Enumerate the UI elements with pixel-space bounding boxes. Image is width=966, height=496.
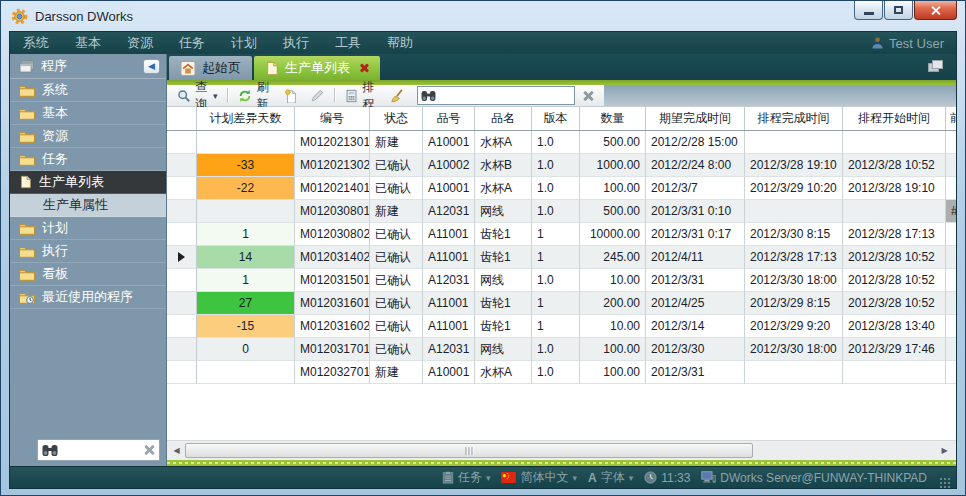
query-dropdown-icon[interactable]: ▾ bbox=[213, 91, 218, 101]
tab-home[interactable]: 起始页 bbox=[169, 56, 252, 80]
cell-no: M012021401 bbox=[295, 177, 370, 200]
toolbar-search-input[interactable] bbox=[439, 89, 571, 103]
column-header-extra[interactable]: 前 bbox=[946, 107, 956, 130]
statusbar-font[interactable]: A 字体 ▾ bbox=[588, 469, 633, 486]
sidebar-collapse-button[interactable]: ◀ bbox=[143, 59, 160, 74]
cell-sched_end bbox=[745, 131, 843, 154]
sidebar-item-6[interactable]: 计划 bbox=[10, 217, 166, 240]
tab-home-label: 起始页 bbox=[202, 59, 241, 77]
sidebar-item-3[interactable]: 任务 bbox=[10, 148, 166, 171]
folder-icon bbox=[19, 84, 35, 97]
cell-version: 1 bbox=[532, 223, 580, 246]
table-row[interactable]: 1M012031501已确认A12031网线1.010.002012/3/312… bbox=[167, 269, 956, 292]
program-icon bbox=[19, 60, 34, 73]
column-header-status[interactable]: 状态 bbox=[370, 107, 423, 130]
column-header-expect[interactable]: 期望完成时间 bbox=[646, 107, 745, 130]
sidebar-item-2[interactable]: 资源 bbox=[10, 125, 166, 148]
sidebar-item-label: 任务 bbox=[42, 150, 68, 168]
horizontal-scrollbar[interactable]: ◀ ▶ bbox=[167, 440, 956, 460]
cell-item_no: A11001 bbox=[423, 223, 475, 246]
table-row[interactable]: -15M012031602已确认A11001齿轮1110.002012/3/14… bbox=[167, 315, 956, 338]
sidebar-search-input[interactable] bbox=[62, 443, 139, 457]
scrollbar-thumb[interactable] bbox=[185, 443, 753, 458]
statusbar-language[interactable]: 简体中文 ▾ bbox=[501, 469, 577, 486]
cell-expect: 2012/3/31 bbox=[646, 269, 745, 292]
menu-item-3[interactable]: 任务 bbox=[166, 34, 218, 52]
restore-button[interactable] bbox=[884, 1, 913, 20]
tab-production-list[interactable]: 生产单列表 bbox=[254, 56, 380, 80]
table-row[interactable]: -22M012021401已确认A10001水杯A1.0100.002012/3… bbox=[167, 177, 956, 200]
row-gutter-cell bbox=[167, 338, 197, 361]
cell-item_name: 齿轮1 bbox=[475, 315, 532, 338]
table-row[interactable]: 0M012031701已确认A12031网线1.0100.002012/3/30… bbox=[167, 338, 956, 361]
column-header-no[interactable]: 编号 bbox=[295, 107, 370, 130]
column-header-qty[interactable]: 数量 bbox=[580, 107, 646, 130]
table-row[interactable]: -33M012021302已确认A10002水杯B1.01000.002012/… bbox=[167, 154, 956, 177]
sidebar-item-8[interactable]: 看板 bbox=[10, 263, 166, 286]
table-row[interactable]: M012030801新建A12031网线1.0500.002012/3/31 0… bbox=[167, 200, 956, 223]
title-bar[interactable]: Darsson DWorks bbox=[1, 1, 965, 31]
column-header-diff[interactable]: 计划差异天数 bbox=[197, 107, 295, 130]
sidebar-item-7[interactable]: 执行 bbox=[10, 240, 166, 263]
tab-list-icon[interactable] bbox=[928, 60, 944, 73]
cell-item_no: A11001 bbox=[423, 246, 475, 269]
row-gutter-cell bbox=[167, 361, 197, 384]
menu-item-6[interactable]: 工具 bbox=[322, 34, 374, 52]
toolbar-separator bbox=[227, 88, 228, 103]
resize-grip[interactable] bbox=[938, 476, 950, 488]
cell-no: M012031601 bbox=[295, 292, 370, 315]
new-button[interactable] bbox=[279, 88, 303, 104]
clean-button[interactable] bbox=[385, 88, 410, 104]
cell-no: M012021301 bbox=[295, 131, 370, 154]
sidebar-item-5[interactable]: 生产单属性 bbox=[10, 194, 166, 217]
sidebar-item-0[interactable]: 系统 bbox=[10, 79, 166, 102]
column-header-item_no[interactable]: 品号 bbox=[423, 107, 475, 130]
edit-button[interactable] bbox=[305, 88, 329, 104]
toolbar-search-clear-button[interactable] bbox=[577, 89, 599, 103]
table-row[interactable]: M012021301新建A10001水杯A1.0500.002012/2/28 … bbox=[167, 131, 956, 154]
table-row[interactable]: M012032701新建A10001水杯A1.0100.002012/3/31 bbox=[167, 361, 956, 384]
column-header-sched_end[interactable]: 排程完成时间 bbox=[745, 107, 843, 130]
column-header-sched_start[interactable]: 排程开始时间 bbox=[843, 107, 946, 130]
close-button[interactable] bbox=[914, 1, 957, 20]
cell-no: M012030802 bbox=[295, 223, 370, 246]
cell-status: 已确认 bbox=[370, 338, 423, 361]
statusbar-tasks[interactable]: 任务 ▾ bbox=[442, 469, 491, 486]
table-row[interactable]: 27M012031601已确认A11001齿轮11200.002012/4/25… bbox=[167, 292, 956, 315]
sidebar-item-9[interactable]: 最近使用的程序 bbox=[10, 286, 166, 309]
sidebar-header: 程序 ◀ bbox=[10, 54, 166, 79]
sidebar-search-clear-icon[interactable] bbox=[143, 444, 155, 456]
cell-item_no: A10002 bbox=[423, 154, 475, 177]
scroll-left-icon[interactable]: ◀ bbox=[169, 443, 184, 458]
scroll-right-icon[interactable]: ▶ bbox=[937, 443, 952, 458]
cell-sched_end: 2012/3/30 18:00 bbox=[745, 269, 843, 292]
cell-status: 已确认 bbox=[370, 246, 423, 269]
table-row[interactable]: 14M012031402已确认A11001齿轮11245.002012/4/11… bbox=[167, 246, 956, 269]
menu-item-0[interactable]: 系统 bbox=[10, 34, 62, 52]
grid: 计划差异天数编号状态品号品名版本数量期望完成时间排程完成时间排程开始时间前 M0… bbox=[167, 107, 956, 440]
column-header-version[interactable]: 版本 bbox=[532, 107, 580, 130]
font-dropdown-icon[interactable]: ▾ bbox=[629, 473, 634, 483]
cell-item_name: 水杯A bbox=[475, 131, 532, 154]
cell-no: M012032701 bbox=[295, 361, 370, 384]
current-user[interactable]: Test User bbox=[871, 36, 956, 51]
menu-item-5[interactable]: 执行 bbox=[270, 34, 322, 52]
cell-status: 已确认 bbox=[370, 177, 423, 200]
language-label: 简体中文 bbox=[520, 469, 568, 486]
cell-sched_end: 2012/3/28 17:13 bbox=[745, 246, 843, 269]
minimize-button[interactable] bbox=[854, 1, 883, 20]
table-row[interactable]: 1M012030802已确认A11001齿轮1110000.002012/3/3… bbox=[167, 223, 956, 246]
sidebar-item-1[interactable]: 基本 bbox=[10, 102, 166, 125]
sidebar-item-4[interactable]: 生产单列表 bbox=[10, 171, 166, 194]
menu-item-2[interactable]: 资源 bbox=[114, 34, 166, 52]
menu-item-7[interactable]: 帮助 bbox=[374, 34, 426, 52]
menu-item-4[interactable]: 计划 bbox=[218, 34, 270, 52]
cell-expect: 2012/3/7 bbox=[646, 177, 745, 200]
language-dropdown-icon[interactable]: ▾ bbox=[572, 473, 577, 483]
column-header-item_name[interactable]: 品名 bbox=[475, 107, 532, 130]
menu-item-1[interactable]: 基本 bbox=[62, 34, 114, 52]
cell-qty: 100.00 bbox=[580, 361, 646, 384]
tab-close-icon[interactable] bbox=[359, 63, 369, 73]
tasks-dropdown-icon[interactable]: ▾ bbox=[486, 473, 491, 483]
cell-item_name: 水杯B bbox=[475, 154, 532, 177]
